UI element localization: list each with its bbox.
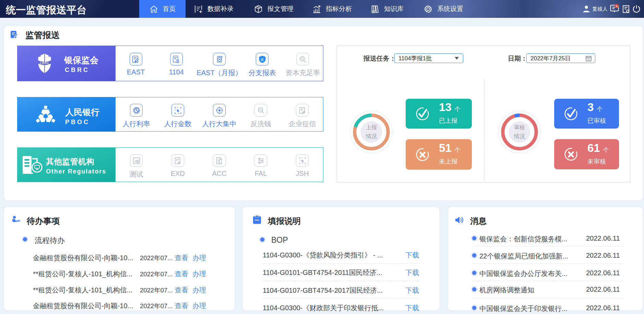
svg-text:征: 征 (261, 57, 264, 61)
svg-text:0%: 0% (259, 109, 262, 111)
svg-text:0%: 0% (300, 58, 304, 60)
svg-text:CBRC: CBRC (39, 61, 49, 65)
svg-text:31: 31 (587, 58, 590, 61)
svg-text:n: n (616, 4, 618, 8)
